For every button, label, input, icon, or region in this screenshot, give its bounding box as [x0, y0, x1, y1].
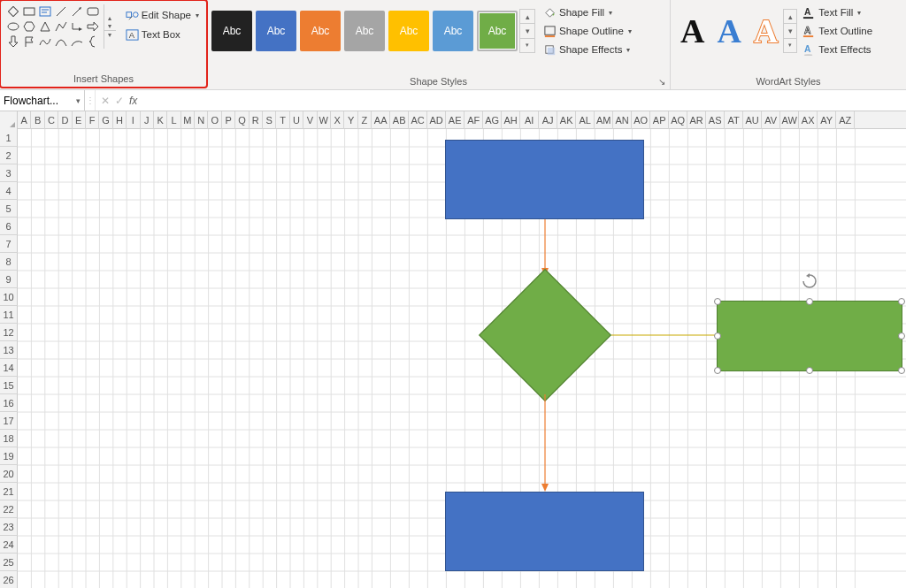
shape-right-arrow-icon[interactable] — [85, 19, 100, 34]
row-header[interactable]: 1 — [0, 129, 18, 147]
column-header[interactable]: R — [250, 111, 263, 129]
column-header[interactable]: AY — [818, 111, 836, 129]
connector-decision-to-right[interactable] — [611, 333, 718, 339]
column-header[interactable]: X — [331, 111, 344, 129]
column-header[interactable]: G — [99, 111, 112, 129]
shape-down-arrow-icon[interactable] — [5, 34, 20, 49]
shape-hexagon-icon[interactable] — [21, 19, 36, 34]
shape-effects-button[interactable]: Shape Effects▾ — [541, 41, 634, 58]
shape-style-swatch-4[interactable]: Abc — [344, 11, 385, 51]
column-header[interactable]: L — [167, 111, 180, 129]
select-all-cell[interactable] — [0, 111, 18, 129]
flowchart-decision[interactable] — [479, 269, 611, 401]
column-header[interactable]: Y — [344, 111, 357, 129]
column-header[interactable]: V — [303, 111, 317, 129]
shape-curve-icon[interactable] — [53, 34, 68, 49]
column-header[interactable]: B — [31, 111, 44, 129]
row-header[interactable]: 14 — [0, 359, 18, 377]
resize-handle-e[interactable] — [898, 332, 905, 340]
formula-enter-button[interactable]: ✓ — [115, 95, 124, 107]
row-header[interactable]: 11 — [0, 306, 18, 324]
column-header[interactable]: E — [73, 111, 86, 129]
column-header[interactable]: AO — [632, 111, 650, 129]
formula-input[interactable] — [142, 90, 906, 111]
shape-oval-icon[interactable] — [5, 19, 20, 34]
row-header[interactable]: 16 — [0, 394, 18, 412]
shape-styles-dialog-launcher[interactable]: ↘ — [656, 75, 668, 88]
column-header[interactable]: AJ — [539, 111, 557, 129]
shapes-gallery[interactable] — [5, 4, 100, 49]
column-header[interactable]: P — [222, 111, 235, 129]
shape-line-icon[interactable] — [53, 4, 68, 19]
resize-handle-n[interactable] — [806, 298, 813, 305]
shape-style-swatch-2[interactable]: Abc — [256, 11, 296, 51]
column-header[interactable]: AQ — [669, 111, 687, 129]
row-header[interactable]: 3 — [0, 164, 18, 182]
text-fill-button[interactable]: A Text Fill▾ — [800, 4, 875, 21]
column-header[interactable]: AI — [520, 111, 539, 129]
wordart-style-1[interactable]: A — [680, 11, 704, 50]
column-header[interactable]: AD — [427, 111, 446, 129]
row-header[interactable]: 10 — [0, 288, 18, 306]
shape-fill-button[interactable]: Shape Fill▾ — [541, 4, 634, 21]
row-header[interactable]: 22 — [0, 500, 18, 518]
shape-diamond-icon[interactable] — [5, 4, 20, 19]
row-header[interactable]: 12 — [0, 324, 18, 341]
column-header[interactable]: Z — [358, 111, 372, 129]
row-header[interactable]: 5 — [0, 200, 18, 218]
row-header[interactable]: 13 — [0, 341, 18, 359]
row-header[interactable]: 25 — [0, 554, 18, 571]
shape-triangle-icon[interactable] — [37, 19, 52, 34]
row-header[interactable]: 15 — [0, 377, 18, 394]
column-header[interactable]: M — [181, 111, 195, 129]
text-box-button[interactable]: A Text Box — [123, 26, 202, 43]
column-header[interactable]: AW — [780, 111, 799, 129]
column-header[interactable]: AN — [613, 111, 632, 129]
wordart-style-3[interactable]: A — [754, 11, 778, 50]
shapes-gallery-more[interactable]: ▴▾▾ — [104, 4, 116, 49]
column-header[interactable]: AM — [595, 111, 613, 129]
column-header[interactable]: AG — [483, 111, 502, 129]
column-header[interactable]: AP — [650, 111, 669, 129]
shape-brace-icon[interactable] — [85, 34, 100, 49]
resize-handle-ne[interactable] — [898, 298, 905, 305]
edit-shape-button[interactable]: Edit Shape▾ — [123, 6, 202, 24]
column-header[interactable]: S — [263, 111, 276, 129]
column-header[interactable]: AL — [576, 111, 595, 129]
shape-style-swatch-7[interactable]: Abc — [477, 11, 518, 51]
column-header[interactable]: W — [318, 111, 331, 129]
column-header[interactable]: A — [18, 111, 31, 129]
column-header[interactable]: H — [113, 111, 127, 129]
row-header[interactable]: 8 — [0, 253, 18, 271]
row-header[interactable]: 19 — [0, 447, 18, 465]
column-header[interactable]: AT — [725, 111, 743, 129]
shape-style-swatch-3[interactable]: Abc — [300, 11, 341, 51]
column-header[interactable]: AV — [762, 111, 780, 129]
column-header[interactable]: C — [45, 111, 58, 129]
flowchart-process-bottom[interactable] — [445, 492, 644, 571]
row-header[interactable]: 20 — [0, 465, 18, 483]
shape-textbox-icon[interactable] — [37, 4, 52, 19]
shape-flag-icon[interactable] — [21, 34, 36, 49]
column-header[interactable]: J — [141, 111, 154, 129]
column-header[interactable]: T — [276, 111, 289, 129]
column-header[interactable]: AU — [743, 111, 762, 129]
text-effects-button[interactable]: A Text Effects — [800, 41, 875, 58]
row-header[interactable]: 17 — [0, 412, 18, 430]
column-header[interactable]: D — [58, 111, 72, 129]
insert-function-button[interactable]: fx — [129, 95, 137, 107]
column-header[interactable]: AC — [409, 111, 427, 129]
row-header[interactable]: 6 — [0, 218, 18, 235]
column-header[interactable]: AX — [799, 111, 818, 129]
column-header[interactable]: AR — [687, 111, 706, 129]
name-box-dropdown-icon[interactable]: ▾ — [76, 96, 81, 105]
rotation-handle[interactable] — [802, 273, 818, 289]
resize-handle-nw[interactable] — [714, 298, 721, 305]
resize-handle-sw[interactable] — [714, 367, 721, 374]
shape-style-swatch-6[interactable]: Abc — [433, 11, 473, 51]
shape-rounded-rect-icon[interactable] — [85, 4, 100, 19]
column-header[interactable]: U — [290, 111, 303, 129]
shape-style-swatch-5[interactable]: Abc — [388, 11, 429, 51]
connector-decision-to-bottom[interactable] — [542, 394, 551, 492]
formula-cancel-button[interactable]: ✕ — [101, 95, 110, 107]
